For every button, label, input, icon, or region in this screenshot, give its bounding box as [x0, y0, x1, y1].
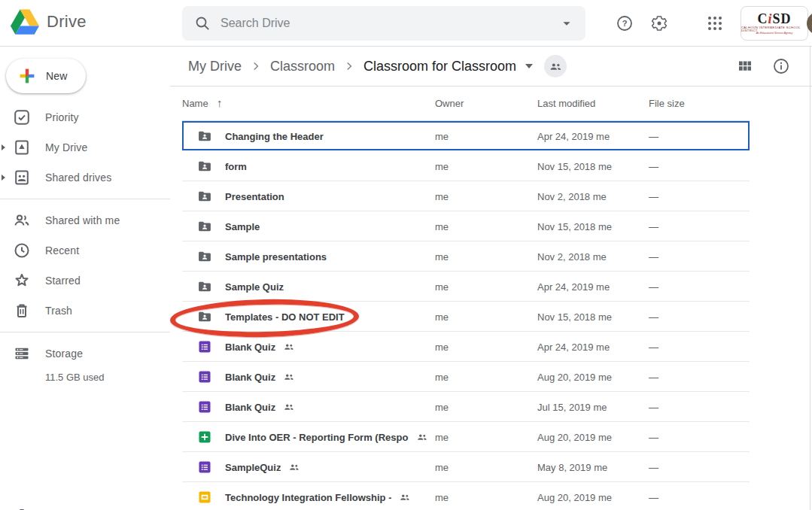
- folder-shared-icon: [197, 249, 212, 264]
- file-owner: me: [435, 251, 449, 263]
- sidebar-divider: [0, 199, 170, 199]
- file-size: —: [649, 492, 658, 503]
- sidebar-item-admin-console[interactable]: Admin console: [0, 501, 170, 510]
- sidebar-item-label: Shared drives: [45, 172, 111, 184]
- sheets-icon: [197, 430, 212, 445]
- sidebar-divider: [0, 332, 170, 332]
- file-size: —: [649, 432, 658, 443]
- file-row[interactable]: Dive Into OER - Reporting Form (Respo...…: [182, 422, 750, 452]
- sidebar-item-starred[interactable]: Starred: [0, 266, 170, 296]
- search-options-caret-icon[interactable]: [558, 15, 575, 32]
- sidebar-item-label: Priority: [45, 111, 79, 123]
- file-name: Changing the Header: [225, 131, 324, 142]
- file-name: Blank Quiz: [225, 402, 275, 413]
- sidebar-item-shared-with-me[interactable]: Shared with me: [0, 205, 170, 235]
- new-button[interactable]: New: [6, 59, 86, 93]
- file-owner: me: [435, 432, 449, 443]
- sidebar-item-label: Recent: [45, 244, 79, 257]
- top-bar: Drive ? CiSD CALHOUN INTERMEDIATE SCHOOL…: [0, 0, 812, 47]
- folder-shared-icon: [197, 309, 212, 324]
- breadcrumb: My DriveClassroomClassroom for Classroom: [188, 59, 516, 74]
- file-modified: Jul 15, 2019 me: [537, 402, 607, 413]
- breadcrumb-item[interactable]: Classroom: [270, 59, 335, 74]
- admin-console-icon: [13, 507, 31, 510]
- file-modified: Apr 24, 2019 me: [537, 131, 610, 142]
- svg-text:?: ?: [622, 19, 628, 28]
- search-input[interactable]: [220, 17, 558, 30]
- file-size: —: [649, 462, 658, 473]
- sidebar-item-label: Trash: [45, 305, 72, 317]
- file-row[interactable]: Sample presentations me Nov 2, 2018 me —: [182, 241, 750, 272]
- shared-people-icon: [288, 461, 300, 473]
- column-header-owner[interactable]: Owner: [435, 98, 464, 109]
- file-row[interactable]: Blank Quiz me Apr 24, 2019 me —: [182, 332, 750, 362]
- expand-arrow-icon[interactable]: [2, 144, 5, 150]
- shared-people-icon: [399, 491, 411, 503]
- shared-people-icon: [283, 341, 295, 353]
- forms-icon: [197, 399, 212, 414]
- column-header-size[interactable]: File size: [649, 98, 685, 109]
- sidebar-item-label: Shared with me: [45, 214, 120, 226]
- file-name: Blank Quiz: [225, 342, 275, 353]
- sidebar-item-storage[interactable]: Storage: [0, 338, 170, 369]
- org-logo-card: CiSD CALHOUN INTERMEDIATE SCHOOL DISTRIC…: [741, 6, 808, 41]
- folder-shared-button[interactable]: [544, 55, 567, 77]
- folder-menu-caret-icon[interactable]: [525, 64, 533, 68]
- folder-shared-icon: [197, 279, 212, 294]
- file-owner: me: [435, 221, 449, 232]
- file-size: —: [649, 131, 658, 142]
- recent-icon: [13, 241, 31, 260]
- chevron-right-icon: [342, 59, 357, 74]
- search-bar[interactable]: [182, 6, 585, 41]
- file-modified: Aug 20, 2019 me: [537, 432, 612, 443]
- sort-ascending-icon[interactable]: ↑: [217, 96, 223, 109]
- file-size: —: [649, 281, 658, 293]
- file-modified: May 8, 2019 me: [537, 462, 607, 473]
- file-modified: Apr 24, 2019 me: [537, 342, 610, 353]
- file-name: Dive Into OER - Reporting Form (Respo...: [225, 432, 409, 443]
- grid-view-icon[interactable]: [736, 57, 754, 75]
- sidebar-item-my-drive[interactable]: My Drive: [0, 132, 170, 162]
- new-button-label: New: [46, 70, 68, 82]
- file-size: —: [649, 191, 658, 202]
- search-icon[interactable]: [193, 14, 211, 32]
- file-owner: me: [435, 492, 449, 503]
- file-row[interactable]: form me Nov 15, 2018 me —: [182, 151, 750, 181]
- sidebar-item-trash[interactable]: Trash: [0, 296, 170, 326]
- file-row[interactable]: Sample me Nov 15, 2018 me —: [182, 211, 750, 241]
- file-row[interactable]: Presentation me Nov 2, 2018 me —: [182, 181, 750, 211]
- google-apps-grid-icon[interactable]: [706, 14, 724, 32]
- file-row[interactable]: Blank Quiz me Jul 15, 2019 me —: [182, 392, 750, 422]
- column-header-name[interactable]: Name: [182, 98, 208, 109]
- breadcrumb-item[interactable]: Classroom for Classroom: [363, 59, 516, 74]
- column-header-modified[interactable]: Last modified: [537, 98, 595, 109]
- file-row[interactable]: Blank Quiz me Aug 20, 2019 me —: [182, 362, 750, 392]
- info-icon[interactable]: [772, 57, 790, 75]
- file-modified: Apr 24, 2019 me: [537, 281, 610, 293]
- file-row[interactable]: Templates - DO NOT EDIT me Nov 15, 2018 …: [182, 302, 750, 332]
- sidebar-item-shared-drives[interactable]: Shared drives: [0, 162, 170, 193]
- sidebar-item-recent[interactable]: Recent: [0, 235, 170, 266]
- breadcrumb-item[interactable]: My Drive: [188, 59, 242, 74]
- sidebar-item-priority[interactable]: Priority: [0, 102, 170, 132]
- file-row[interactable]: Technology Integration Fellowship - me A…: [182, 482, 750, 510]
- file-name: Sample Quiz: [225, 281, 284, 293]
- starred-icon: [13, 272, 31, 290]
- folder-shared-icon: [197, 219, 212, 234]
- settings-gear-icon[interactable]: [650, 14, 668, 32]
- file-row[interactable]: Changing the Header me Apr 24, 2019 me —: [182, 121, 750, 151]
- forms-icon: [197, 369, 212, 384]
- file-modified: Nov 15, 2018 me: [537, 221, 612, 232]
- shared-people-icon: [283, 401, 295, 413]
- file-row[interactable]: Sample Quiz me Apr 24, 2019 me —: [182, 272, 750, 302]
- folder-shared-icon: [197, 159, 212, 174]
- help-icon[interactable]: ?: [616, 14, 634, 32]
- file-row[interactable]: SampleQuiz me May 8, 2019 me —: [182, 452, 750, 482]
- drive-logo[interactable]: Drive: [11, 9, 87, 35]
- expand-arrow-icon[interactable]: [2, 175, 5, 181]
- file-modified: Aug 20, 2019 me: [537, 492, 612, 503]
- file-modified: Nov 15, 2018 me: [537, 311, 612, 323]
- file-name: Sample: [225, 221, 260, 232]
- file-modified: Aug 20, 2019 me: [537, 372, 612, 383]
- file-rows: Changing the Header me Apr 24, 2019 me —…: [182, 121, 750, 510]
